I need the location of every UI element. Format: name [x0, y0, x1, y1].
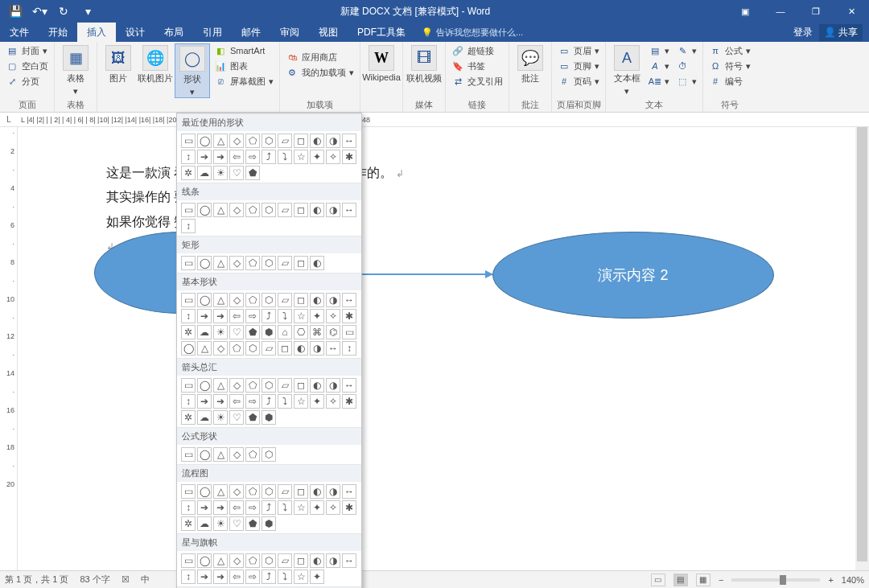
shape-option[interactable]: ⬠ [245, 553, 260, 568]
zoom-level[interactable]: 140% [842, 575, 864, 585]
shape-option[interactable]: ◑ [326, 378, 340, 393]
shape-option[interactable]: ◑ [310, 341, 324, 356]
shape-option[interactable]: ✦ [310, 150, 324, 164]
shape-option[interactable]: ✦ [310, 309, 324, 323]
shape-option[interactable]: ☀ [213, 516, 228, 531]
shape-option[interactable]: ☀ [213, 166, 228, 180]
chart-button[interactable]: 📊图表 [212, 59, 276, 73]
shape-option[interactable]: ◯ [197, 553, 212, 568]
shape-option[interactable]: ⤴ [262, 309, 276, 323]
shape-option[interactable]: ✦ [310, 394, 324, 409]
shape-option[interactable]: ⬠ [229, 341, 244, 356]
shape-option[interactable]: ▱ [278, 256, 292, 270]
shape-option[interactable]: ◐ [310, 256, 324, 270]
shape-option[interactable]: ▭ [342, 325, 356, 339]
shape-option[interactable]: △ [213, 256, 228, 270]
shape-option[interactable]: ☆ [294, 309, 308, 323]
shape-option[interactable]: ✦ [310, 569, 324, 584]
view-read-mode[interactable]: ▭ [651, 574, 665, 586]
shape-option[interactable]: ◑ [326, 484, 340, 499]
online-pictures-button[interactable]: 🌐联机图片 [138, 43, 173, 84]
shape-option[interactable]: ▱ [278, 203, 292, 217]
shape-option[interactable]: ♡ [229, 166, 244, 180]
shape-option[interactable]: △ [213, 447, 228, 462]
shape-option[interactable]: ⬢ [262, 410, 276, 425]
shape-option[interactable]: ⬠ [245, 378, 260, 393]
shape-option[interactable]: ◐ [310, 484, 324, 499]
share-button[interactable]: 👤 共享 [819, 24, 863, 41]
shape-option[interactable]: ◇ [229, 256, 244, 270]
shape-option[interactable]: ⤴ [262, 569, 276, 584]
shape-option[interactable]: ☆ [294, 150, 308, 164]
shape-option[interactable]: ➜ [213, 309, 228, 323]
blank-page-button[interactable]: ▢空白页 [3, 59, 51, 73]
tab-review[interactable]: 审阅 [270, 23, 309, 42]
shape-option[interactable]: ♡ [229, 410, 244, 425]
shape-option[interactable]: ◐ [310, 293, 324, 307]
shape-option[interactable]: △ [213, 134, 228, 148]
shape-option[interactable]: ✱ [342, 309, 356, 323]
shape-option[interactable]: ◇ [229, 447, 244, 462]
shape-option[interactable]: ⬡ [262, 553, 276, 568]
shape-option[interactable]: ↔ [342, 484, 356, 499]
shape-option[interactable]: ➔ [197, 394, 212, 409]
shape-option[interactable]: ✲ [181, 325, 196, 339]
shape-option[interactable]: ✲ [181, 410, 196, 425]
shape-option[interactable]: ◻ [294, 134, 308, 148]
login-link[interactable]: 登录 [793, 26, 813, 39]
shape-option[interactable]: ⬡ [262, 203, 276, 217]
shape-option[interactable]: ☁ [197, 166, 212, 180]
shape-option[interactable]: ▱ [278, 134, 292, 148]
shape-option[interactable]: △ [213, 553, 228, 568]
tab-references[interactable]: 引用 [193, 23, 232, 42]
shape-option[interactable]: ▭ [181, 484, 196, 499]
shape-option[interactable]: ♡ [229, 516, 244, 531]
shape-option[interactable]: ⌂ [278, 325, 292, 339]
footer-button[interactable]: ▭页脚 ▾ [555, 59, 602, 73]
shape-option[interactable]: ☁ [197, 410, 212, 425]
shape-option[interactable]: ↕ [181, 219, 196, 233]
shape-option[interactable]: ✲ [181, 516, 196, 531]
shape-option[interactable]: ➔ [197, 309, 212, 323]
shape-option[interactable]: △ [197, 341, 212, 356]
shape-option[interactable]: ⤴ [262, 394, 276, 409]
shape-option[interactable]: ➜ [213, 394, 228, 409]
shape-option[interactable]: ◯ [197, 134, 212, 148]
shape-option[interactable]: ◯ [181, 341, 196, 356]
shape-option[interactable]: ☆ [294, 500, 308, 515]
shape-option[interactable]: ⬟ [245, 325, 260, 339]
shape-option[interactable]: ⇦ [229, 569, 244, 584]
text-obj[interactable]: ⬚▾ [673, 74, 699, 88]
shape-option[interactable]: ⬡ [262, 293, 276, 307]
text-date[interactable]: ⏱ [673, 59, 699, 73]
shape-option[interactable]: ☆ [294, 569, 308, 584]
symbol-button[interactable]: Ω符号 ▾ [706, 59, 753, 73]
shape-option[interactable]: ⬢ [262, 516, 276, 531]
number-button[interactable]: #编号 [706, 74, 753, 88]
view-web-layout[interactable]: ▦ [696, 574, 710, 586]
status-page[interactable]: 第 1 页，共 1 页 [5, 574, 68, 586]
shape-option[interactable]: ⤵ [278, 569, 292, 584]
ribbon-display-options[interactable]: ▣ [727, 0, 763, 23]
shape-option[interactable]: ➔ [197, 500, 212, 515]
shape-option[interactable]: ▱ [278, 378, 292, 393]
equation-button[interactable]: π公式 ▾ [706, 43, 753, 58]
save-button[interactable]: 💾 [5, 2, 26, 21]
zoom-in-button[interactable]: + [828, 575, 833, 585]
pictures-button[interactable]: 🖼图片 [101, 43, 136, 84]
shape-option[interactable]: ◑ [326, 203, 340, 217]
shape-option[interactable]: ♡ [229, 325, 244, 339]
shape-option[interactable]: ▭ [181, 293, 196, 307]
store-button[interactable]: 🛍应用商店 [283, 50, 356, 64]
shape-option[interactable]: ➔ [197, 569, 212, 584]
shape-option[interactable]: ↔ [342, 378, 356, 393]
shape-option[interactable]: ◇ [213, 341, 228, 356]
shape-option[interactable]: ◻ [294, 484, 308, 499]
shape-option[interactable]: ◐ [310, 203, 324, 217]
shape-option[interactable]: ✦ [310, 500, 324, 515]
shape-option[interactable]: ⇨ [245, 500, 260, 515]
shape-option[interactable]: ⤵ [278, 500, 292, 515]
shape-option[interactable]: ◯ [197, 378, 212, 393]
vertical-ruler[interactable]: ·2·4·6·8·10·12·14·16·18·20 [0, 127, 18, 570]
shape-option[interactable]: ◑ [326, 134, 340, 148]
